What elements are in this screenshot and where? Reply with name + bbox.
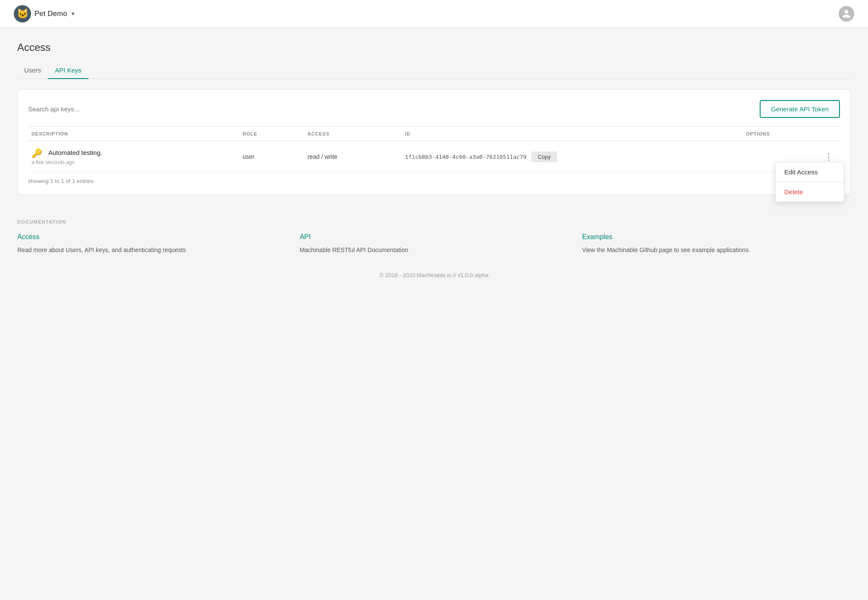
description-cell: 🔑 Automated testing. a few seconds ago	[28, 141, 239, 173]
api-keys-table: DESCRIPTION ROLE ACCESS ID OPTIONS 🔑 Aut…	[28, 126, 840, 173]
doc-card-api-desc: Machinable RESTful API Documentation	[300, 245, 569, 255]
app-name: Pet Demo	[35, 9, 67, 18]
doc-card-access-desc: Read more about Users, API keys, and aut…	[17, 245, 286, 255]
documentation-grid: Access Read more about Users, API keys, …	[17, 233, 851, 255]
doc-card-api-title[interactable]: API	[300, 233, 569, 241]
dropdown-menu: Edit Access Delete	[775, 162, 844, 202]
role-cell: user	[239, 141, 304, 173]
col-header-id: ID	[402, 127, 742, 141]
doc-card-examples: Examples View the Machinable Github page…	[582, 233, 851, 255]
page-footer: © 2018 - 2020 Machinable.io // v1.0.0-al…	[17, 255, 851, 287]
tab-api-keys[interactable]: API Keys	[48, 62, 88, 79]
avatar-cat-icon: 🐱	[17, 8, 28, 19]
search-input[interactable]	[28, 105, 201, 113]
doc-card-access-title[interactable]: Access	[17, 233, 286, 241]
col-header-role: ROLE	[239, 127, 304, 141]
api-key-id: 1f1cb8b3-4140-4c60-a3a0-76210511ac79	[405, 154, 527, 160]
chevron-down-icon[interactable]: ▾	[72, 10, 75, 17]
key-icon: 🔑	[31, 148, 42, 158]
page-title: Access	[17, 41, 851, 54]
search-row: Generate API Token	[28, 100, 840, 118]
user-profile-icon[interactable]	[839, 6, 854, 22]
doc-card-api: API Machinable RESTful API Documentation	[300, 233, 569, 255]
description-time: a few seconds ago	[31, 159, 236, 165]
copy-button[interactable]: Copy	[531, 152, 557, 162]
doc-card-access: Access Read more about Users, API keys, …	[17, 233, 286, 255]
edit-access-button[interactable]: Edit Access	[776, 162, 844, 182]
col-header-access: ACCESS	[304, 127, 402, 141]
documentation-section: DOCUMENTATION Access Read more about Use…	[17, 219, 851, 255]
access-cell: read / write	[304, 141, 402, 173]
table-footer: showing 1 to 1 of 1 entries	[28, 178, 840, 184]
description-name: Automated testing.	[48, 149, 102, 156]
table-row: 🔑 Automated testing. a few seconds ago u…	[28, 141, 840, 173]
col-header-options: OPTIONS	[742, 127, 840, 141]
header: 🐱 Pet Demo ▾	[0, 0, 868, 28]
api-keys-card: Generate API Token DESCRIPTION ROLE ACCE…	[17, 89, 851, 195]
avatar[interactable]: 🐱	[14, 5, 31, 22]
options-cell: ⋮ Edit Access Delete	[742, 141, 840, 173]
id-cell: 1f1cb8b3-4140-4c60-a3a0-76210511ac79 Cop…	[402, 141, 742, 173]
delete-button[interactable]: Delete	[776, 182, 844, 202]
header-left: 🐱 Pet Demo ▾	[14, 5, 75, 22]
doc-card-examples-desc: View the Machinable Github page to see e…	[582, 245, 851, 255]
generate-api-token-button[interactable]: Generate API Token	[760, 100, 840, 118]
col-header-description: DESCRIPTION	[28, 127, 239, 141]
doc-card-examples-title[interactable]: Examples	[582, 233, 851, 241]
tabs: Users API Keys	[17, 62, 851, 79]
page-content: Access Users API Keys Generate API Token…	[0, 28, 868, 301]
tab-users[interactable]: Users	[17, 62, 48, 79]
documentation-section-title: DOCUMENTATION	[17, 219, 851, 224]
